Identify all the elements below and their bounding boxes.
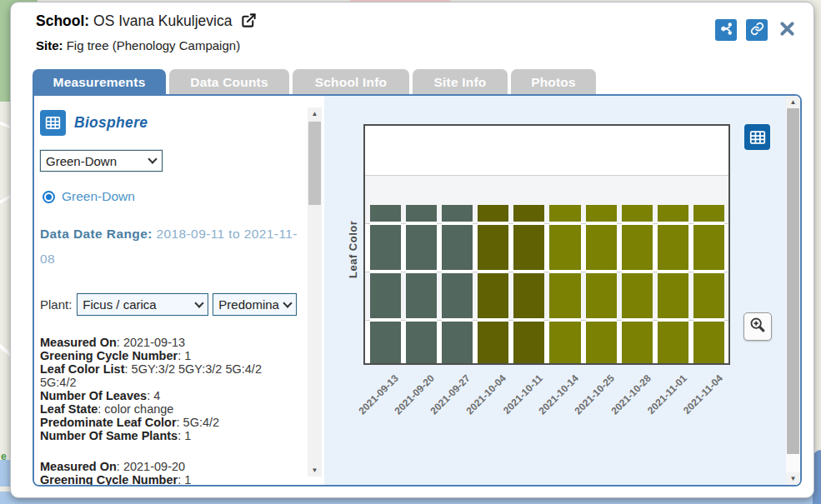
leaf-color-segment bbox=[513, 273, 544, 318]
leaf-color-segment bbox=[406, 322, 437, 363]
plant-attribute-value: Predomina bbox=[218, 297, 279, 312]
leaf-color-segment bbox=[549, 225, 580, 270]
tab-measurements[interactable]: Measurements bbox=[33, 69, 166, 95]
protocol-select-value: Green-Down bbox=[46, 154, 117, 168]
plant-species-value: Ficus / carica bbox=[83, 297, 156, 312]
chevron-down-icon bbox=[148, 154, 157, 163]
chart-panel: Leaf Color 2021-09-132021-09-202021-09-2… bbox=[324, 96, 786, 485]
bar-2021-10-14 bbox=[549, 205, 580, 363]
bar-2021-09-27 bbox=[442, 205, 473, 363]
scroll-thumb[interactable] bbox=[308, 122, 321, 205]
leaf-color-segment bbox=[549, 273, 580, 318]
gridline bbox=[365, 175, 728, 176]
chevron-down-icon bbox=[283, 298, 293, 307]
measurement-field: Greening Cycle Number: 1 bbox=[40, 473, 297, 485]
bar-2021-10-25 bbox=[586, 205, 617, 363]
header-actions bbox=[715, 19, 797, 41]
leaf-color-segment bbox=[586, 205, 617, 222]
share-button[interactable] bbox=[715, 19, 737, 41]
leaf-color-segment bbox=[586, 225, 617, 270]
leaf-color-segment bbox=[406, 225, 437, 270]
bar-2021-10-04 bbox=[478, 205, 508, 363]
leaf-color-segment bbox=[442, 322, 473, 363]
leaf-color-segment bbox=[658, 225, 688, 270]
site-title: Site: Fig tree (Phenology Campaign) bbox=[36, 38, 257, 52]
scroll-up-arrow[interactable]: ▲ bbox=[308, 107, 322, 120]
map-background: e School: OS Ivana Kukuljevica Site: Fig… bbox=[0, 0, 821, 504]
leaf-color-segment bbox=[549, 205, 580, 222]
tab-data-counts[interactable]: Data Counts bbox=[169, 69, 289, 95]
link-button[interactable] bbox=[746, 19, 768, 41]
chart-scroll-area: ▲ ▼ bbox=[786, 96, 800, 485]
chart-table-icon[interactable] bbox=[744, 124, 770, 150]
sidebar-scrollbar: ▲ ▼ bbox=[308, 107, 322, 477]
plant-species-select[interactable]: Ficus / carica bbox=[77, 293, 208, 316]
chart-scrollbar: ▲ ▼ bbox=[786, 96, 800, 485]
measurement-block: Measured On: 2021-09-20Greening Cycle Nu… bbox=[40, 460, 297, 485]
bar-2021-10-28 bbox=[622, 205, 653, 363]
close-button[interactable] bbox=[777, 20, 797, 40]
site-value: Fig tree (Phenology Campaign) bbox=[67, 38, 240, 52]
measurement-field: Leaf Color List: 5GY:3/2 5GY:3/2 5G:4/2 … bbox=[40, 362, 297, 389]
leaf-color-segment bbox=[406, 273, 437, 318]
green-down-radio[interactable] bbox=[43, 191, 55, 203]
leaf-color-segment bbox=[442, 205, 473, 222]
measurement-list: Measured On: 2021-09-13Greening Cycle Nu… bbox=[40, 336, 324, 485]
plant-attribute-select[interactable]: Predomina bbox=[213, 293, 297, 316]
biosphere-header: Biosphere bbox=[40, 110, 324, 136]
measurement-field: Leaf State: color change bbox=[40, 402, 297, 416]
plant-row: Plant: Ficus / carica Predomina bbox=[40, 293, 324, 316]
measurement-field: Number Of Same Plants: 1 bbox=[40, 429, 297, 442]
leaf-color-segment bbox=[370, 225, 401, 270]
link-icon bbox=[750, 22, 764, 39]
leaf-color-segment bbox=[478, 273, 508, 318]
zoom-in-button[interactable] bbox=[743, 312, 772, 341]
radio-dot bbox=[46, 194, 52, 200]
measurement-field: Greening Cycle Number: 1 bbox=[40, 349, 297, 362]
leaf-color-segment bbox=[658, 322, 688, 363]
scroll-down-arrow[interactable]: ▼ bbox=[786, 472, 800, 485]
sidebar: Biosphere Green-Down Green-Down Data Dat… bbox=[34, 96, 324, 485]
share-icon bbox=[719, 22, 733, 39]
measurement-field: Number Of Leaves: 4 bbox=[40, 389, 297, 402]
close-icon bbox=[778, 20, 796, 41]
site-label: Site: bbox=[36, 38, 63, 52]
tab-site-info[interactable]: Site Info bbox=[413, 69, 508, 95]
leaf-color-segment bbox=[406, 205, 437, 222]
leaf-color-segment bbox=[693, 273, 724, 318]
leaf-color-segment bbox=[478, 322, 508, 363]
leaf-color-segment bbox=[513, 225, 544, 270]
leaf-color-chart bbox=[363, 124, 730, 365]
leaf-color-segment bbox=[622, 273, 653, 318]
scroll-down-arrow[interactable]: ▼ bbox=[308, 464, 322, 477]
leaf-color-segment bbox=[622, 225, 653, 270]
scroll-up-arrow[interactable]: ▲ bbox=[786, 96, 800, 108]
leaf-color-segment bbox=[693, 205, 724, 222]
table-icon[interactable] bbox=[40, 110, 66, 136]
scroll-thumb[interactable] bbox=[787, 108, 799, 454]
external-link-icon[interactable] bbox=[241, 12, 257, 32]
measurement-field: Predominate Leaf Color: 5G:4/2 bbox=[40, 416, 297, 429]
protocol-select[interactable]: Green-Down bbox=[40, 150, 163, 172]
school-label: School: bbox=[36, 12, 89, 29]
tab-photos[interactable]: Photos bbox=[511, 69, 596, 95]
plant-label: Plant: bbox=[40, 297, 72, 312]
leaf-color-segment bbox=[513, 322, 544, 363]
bar-series bbox=[365, 205, 728, 363]
scroll-track[interactable] bbox=[308, 120, 322, 464]
tab-bar: MeasurementsData CountsSchool InfoSite I… bbox=[33, 69, 596, 95]
protocol-radio-row: Green-Down bbox=[43, 189, 324, 204]
leaf-color-segment bbox=[549, 322, 580, 363]
school-title: School: OS Ivana Kukuljevica bbox=[36, 12, 257, 32]
chevron-down-icon bbox=[195, 298, 204, 307]
scroll-track[interactable] bbox=[786, 108, 800, 472]
measurement-field: Measured On: 2021-09-13 bbox=[40, 336, 297, 349]
leaf-color-segment bbox=[478, 205, 508, 222]
leaf-color-segment bbox=[370, 205, 401, 222]
date-range-label: Data Date Range: bbox=[40, 227, 153, 241]
modal-header: School: OS Ivana Kukuljevica Site: Fig t… bbox=[36, 12, 257, 52]
tab-school-info[interactable]: School Info bbox=[293, 69, 409, 95]
bar-2021-09-13 bbox=[370, 205, 401, 363]
measurement-block: Measured On: 2021-09-13Greening Cycle Nu… bbox=[40, 336, 297, 442]
bar-2021-11-04 bbox=[693, 205, 724, 363]
